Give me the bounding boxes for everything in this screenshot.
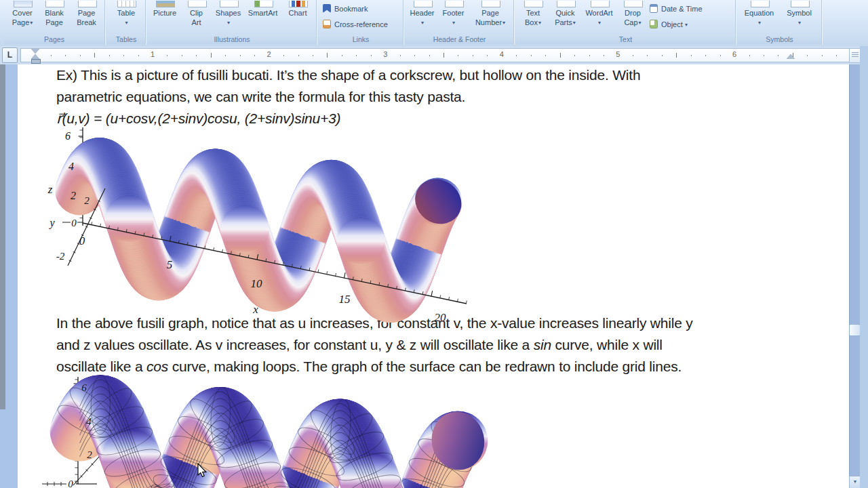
text-segment: curve, making loops. The graph of the su… xyxy=(168,359,682,374)
ribbon-group-text: TextTextBox▾QuickParts▾WordArt▾DropCap▾D… xyxy=(516,0,736,45)
ruler-half-tick xyxy=(211,53,212,58)
page-number-button[interactable]: PageNumber▾ xyxy=(469,1,511,34)
button-label: Quick xyxy=(549,9,581,18)
cross-reference-icon xyxy=(323,20,331,28)
dropdown-arrow-icon: ▾ xyxy=(572,20,576,26)
button-label: Chart xyxy=(282,9,313,18)
button-label: ▾ xyxy=(438,18,469,27)
document-text-line: r⃗(u,v) = (u+cosv,(2+sinv)cosu, (2+sinv)… xyxy=(56,108,340,129)
bookmark-icon xyxy=(323,4,331,13)
ruler-tick xyxy=(283,55,284,56)
document-text-line: and z values oscillate. As v increases, … xyxy=(56,335,663,355)
ruler-tick xyxy=(545,55,546,56)
ribbon-insert-tab: PagesCoverPage▾BlankPagePageBreakTablesT… xyxy=(0,0,868,47)
symbol-button[interactable]: Symbol▾ xyxy=(780,1,818,34)
quick-parts-button[interactable]: QuickParts▾ xyxy=(549,1,581,34)
button-label: Break xyxy=(71,18,102,27)
dropdown-arrow-icon: ▾ xyxy=(124,20,127,26)
ruler-tick xyxy=(51,55,52,56)
ribbon-group-label: Illustrations xyxy=(148,35,316,44)
wordart-button[interactable]: WordArt▾ xyxy=(582,1,616,34)
ribbon-group-links: LinksBookmarkCross-reference xyxy=(319,0,403,45)
ruler-tick xyxy=(589,55,590,56)
page-break-button[interactable]: PageBreak xyxy=(71,1,102,34)
wordart-icon xyxy=(591,1,610,7)
ruler-number: 1 xyxy=(147,50,158,58)
vertical-scrollbar-track[interactable] xyxy=(849,64,860,488)
dropdown-arrow-icon: ▾ xyxy=(597,20,601,26)
left-indent-marker[interactable] xyxy=(31,59,41,64)
word-window: PagesCoverPage▾BlankPagePageBreakTablesT… xyxy=(0,0,868,488)
button-label: Bookmark xyxy=(334,4,368,14)
hanging-indent-marker[interactable] xyxy=(31,54,39,59)
dropdown-arrow-icon: ▾ xyxy=(226,20,230,26)
right-indent-marker[interactable] xyxy=(787,54,795,59)
date-time-button[interactable]: Date & Time xyxy=(650,2,730,16)
ruler-tick xyxy=(822,55,823,56)
ruler-tick xyxy=(778,55,778,56)
text-segment: oscillate like a xyxy=(56,359,146,374)
ribbon-group-label: Links xyxy=(319,35,403,44)
quick-parts-icon xyxy=(557,1,576,7)
ribbon-group-label: Symbols xyxy=(738,35,821,44)
ribbon-group-label: Header & Footer xyxy=(406,35,513,44)
button-label: Object ▾ xyxy=(661,20,688,30)
footer-icon xyxy=(445,1,464,7)
first-line-indent-marker[interactable] xyxy=(31,49,39,54)
page-number-icon xyxy=(481,1,500,7)
cross-reference-button[interactable]: Cross-reference xyxy=(323,18,403,31)
tab-stop-selector[interactable]: L xyxy=(2,47,18,63)
document-text-line: In the above fusili graph, notice that a… xyxy=(56,313,693,333)
button-label: Cover xyxy=(7,9,38,18)
cover-page-button[interactable]: CoverPage▾ xyxy=(7,1,38,34)
bookmark-button[interactable]: Bookmark xyxy=(323,2,403,16)
ruler-tick xyxy=(182,55,182,56)
button-label: ▾ xyxy=(780,18,818,27)
ruler-tick xyxy=(574,55,575,56)
ruler-tick xyxy=(458,55,458,56)
dropdown-arrow-icon: ▾ xyxy=(638,20,642,26)
document-page[interactable]: Ex) This is a picture of fusilli bucati.… xyxy=(18,64,852,488)
blank-page-button[interactable]: BlankPage xyxy=(39,1,70,34)
dropdown-arrow-icon: ▾ xyxy=(757,20,761,26)
table-icon xyxy=(117,1,136,7)
ruler-row: L 1234567 xyxy=(0,46,868,64)
horizontal-ruler[interactable]: 1234567 xyxy=(20,48,853,62)
object-icon xyxy=(650,20,658,28)
ribbon-group-tables: TablesTable▾ xyxy=(107,0,146,45)
button-label: Clip xyxy=(181,9,212,18)
ruler-tick xyxy=(647,55,648,56)
ribbon-group-header-footer: Header & FooterHeader▾Footer▾PageNumber▾ xyxy=(406,0,514,45)
text-segment: Ex) This is a picture of fusilli bucati.… xyxy=(56,67,640,83)
ruler-tick xyxy=(487,55,488,56)
ruler-tick xyxy=(225,55,226,56)
drop-cap-button[interactable]: DropCap▾ xyxy=(617,1,648,34)
smartart-button[interactable]: SmartArt xyxy=(244,1,281,34)
shapes-button[interactable]: Shapes▾ xyxy=(212,1,244,34)
header-button[interactable]: Header▾ xyxy=(407,1,437,34)
document-text-line: oscillate like a cos curve, making loops… xyxy=(56,357,682,377)
footer-button[interactable]: Footer▾ xyxy=(438,1,469,34)
button-label: Cap▾ xyxy=(617,18,648,27)
button-label: Page xyxy=(469,9,511,18)
picture-button[interactable]: Picture xyxy=(149,1,180,34)
ruler-tick xyxy=(705,55,706,56)
button-label: Cross-reference xyxy=(334,20,388,29)
text-segment: sin xyxy=(534,337,551,352)
text-box-button[interactable]: TextBox▾ xyxy=(517,1,549,34)
table-button[interactable]: Table▾ xyxy=(111,1,142,34)
ruler-number: 5 xyxy=(612,50,623,58)
dropdown-arrow-icon: ▾ xyxy=(683,22,688,28)
blank-page-icon xyxy=(45,1,64,7)
equation-button[interactable]: Equation▾ xyxy=(739,1,779,34)
chart-icon xyxy=(289,1,308,7)
object-button[interactable]: Object ▾ xyxy=(650,18,730,31)
vertical-scrollbar-thumb[interactable] xyxy=(849,324,861,336)
ruler-tick xyxy=(531,55,532,56)
picture-icon xyxy=(156,1,175,7)
clip-art-button[interactable]: ClipArt xyxy=(181,1,212,34)
ruler-half-tick xyxy=(560,53,561,58)
chart-button[interactable]: Chart xyxy=(282,1,313,34)
ruler-tick xyxy=(836,55,837,56)
ruler-number: 3 xyxy=(380,50,391,58)
